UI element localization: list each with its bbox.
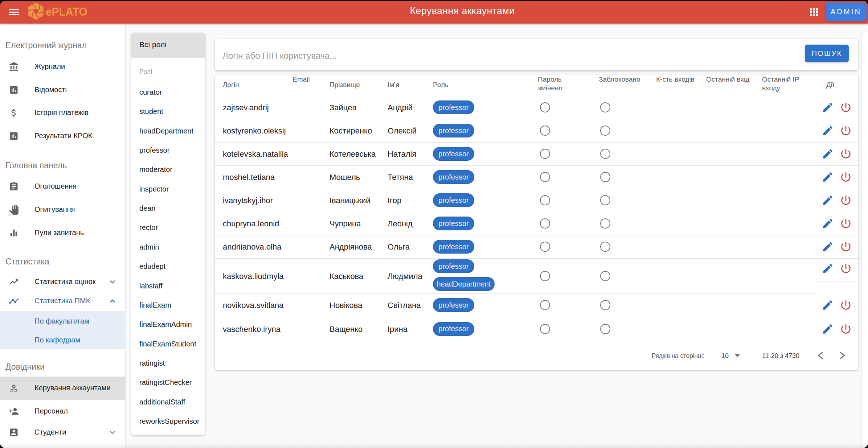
- sidebar-item-історія-платежів[interactable]: Історія платежів: [0, 101, 125, 124]
- role-item-inspector[interactable]: inspector: [131, 179, 205, 198]
- sidebar-subitem-по-факультетам[interactable]: По факультетам: [0, 311, 125, 330]
- blocked-radio[interactable]: [600, 242, 610, 252]
- role-item-finalExamAdmin[interactable]: finalExamAdmin: [131, 315, 205, 334]
- search-input[interactable]: [222, 46, 795, 66]
- sidebar-item-оголошення[interactable]: Оголошення: [0, 175, 125, 198]
- password-changed-radio[interactable]: [540, 126, 550, 136]
- role-item-ratingist[interactable]: ratingist: [131, 353, 205, 373]
- role-item-admin[interactable]: admin: [131, 237, 205, 256]
- password-changed-radio[interactable]: [540, 149, 550, 159]
- edit-pencil-icon[interactable]: [822, 217, 834, 230]
- password-changed-radio[interactable]: [540, 300, 550, 310]
- next-page-icon[interactable]: [840, 352, 850, 362]
- role-item-reworksSupervisor[interactable]: reworksSupervisor: [131, 411, 205, 431]
- blocked-radio[interactable]: [600, 102, 610, 112]
- power-icon[interactable]: [840, 217, 852, 230]
- password-changed-radio[interactable]: [540, 271, 550, 281]
- edit-pencil-icon[interactable]: [822, 241, 834, 253]
- role-chip-professor[interactable]: professor: [433, 124, 474, 137]
- blocked-radio[interactable]: [600, 324, 610, 334]
- column-header-login[interactable]: Логін: [223, 81, 239, 89]
- password-changed-radio[interactable]: [540, 324, 550, 334]
- column-header-last_login[interactable]: Останній вхід: [706, 75, 749, 84]
- all-roles-item[interactable]: Всі ролі: [131, 33, 205, 58]
- blocked-radio[interactable]: [600, 172, 610, 182]
- edit-pencil-icon[interactable]: [822, 262, 834, 275]
- role-item-moderator[interactable]: moderator: [131, 160, 205, 179]
- power-icon[interactable]: [840, 299, 852, 311]
- column-header-blocked[interactable]: Заблоковано: [599, 75, 640, 84]
- role-chip-professor[interactable]: professor: [433, 147, 474, 161]
- role-item-student[interactable]: student: [131, 102, 205, 121]
- scrollbar-track[interactable]: [862, 32, 868, 448]
- role-item-professor[interactable]: professor: [131, 141, 205, 160]
- sidebar-item-результати-крок[interactable]: Результати КРОК: [0, 124, 125, 148]
- password-changed-radio[interactable]: [540, 172, 550, 182]
- power-icon[interactable]: [840, 148, 852, 160]
- sidebar-item-персонал[interactable]: Персонал: [0, 400, 125, 423]
- edit-pencil-icon[interactable]: [822, 299, 834, 311]
- edit-pencil-icon[interactable]: [822, 323, 834, 335]
- password-changed-radio[interactable]: [540, 242, 550, 252]
- blocked-radio[interactable]: [600, 271, 610, 281]
- power-icon[interactable]: [840, 101, 852, 114]
- column-header-surname[interactable]: Прізвище: [329, 81, 360, 89]
- role-chip-professor[interactable]: professor: [433, 298, 474, 312]
- role-item-additionalStaff[interactable]: additionalStaff: [131, 392, 205, 411]
- power-icon[interactable]: [840, 171, 852, 183]
- sidebar-subitem-по-кафедрам[interactable]: По кафедрам: [0, 330, 125, 349]
- role-chip-headDepartment[interactable]: headDepartment: [433, 277, 495, 291]
- blocked-radio[interactable]: [600, 218, 610, 229]
- sidebar-item-пули-запитань[interactable]: Пули запитань: [0, 221, 125, 244]
- sidebar-item-статистика-пмк[interactable]: Статистика ПМК: [0, 289, 125, 313]
- role-chip-professor[interactable]: professor: [433, 170, 474, 184]
- edit-pencil-icon[interactable]: [822, 171, 834, 183]
- apps-grid-icon[interactable]: [810, 8, 818, 16]
- role-item-edudept[interactable]: edudept: [131, 257, 205, 276]
- blocked-radio[interactable]: [600, 126, 610, 136]
- role-item-rector[interactable]: rector: [131, 218, 205, 237]
- sidebar-item-відомості[interactable]: Відомості: [0, 78, 125, 102]
- edit-pencil-icon[interactable]: [822, 101, 834, 114]
- role-item-finalExamStudent[interactable]: finalExamStudent: [131, 334, 205, 353]
- power-icon[interactable]: [840, 262, 852, 275]
- column-header-firstname[interactable]: Ім'я: [388, 81, 399, 89]
- power-icon[interactable]: [840, 194, 852, 206]
- role-chip-professor[interactable]: professor: [433, 193, 474, 207]
- edit-pencil-icon[interactable]: [822, 124, 834, 137]
- rows-per-page-value[interactable]: 10: [721, 352, 729, 360]
- role-item-headDepartment[interactable]: headDepartment: [131, 121, 205, 140]
- role-chip-professor[interactable]: professor: [433, 217, 474, 230]
- power-icon[interactable]: [840, 323, 852, 335]
- column-header-email[interactable]: Email: [292, 75, 310, 84]
- role-item-ratingistChecker[interactable]: ratingistChecker: [131, 373, 205, 392]
- dropdown-arrow-icon[interactable]: [734, 354, 740, 357]
- column-header-role[interactable]: Роль: [433, 81, 449, 89]
- role-item-dean[interactable]: dean: [131, 199, 205, 218]
- role-chip-professor[interactable]: professor: [433, 259, 474, 273]
- sidebar-item-журнали[interactable]: Журнали: [0, 55, 125, 78]
- blocked-radio[interactable]: [600, 195, 610, 205]
- role-item-finalExam[interactable]: finalExam: [131, 295, 205, 315]
- blocked-radio[interactable]: [600, 149, 610, 159]
- blocked-radio[interactable]: [600, 300, 610, 310]
- role-chip-professor[interactable]: professor: [433, 100, 474, 114]
- sidebar-item-керування-аккаунтами[interactable]: Керування аккаунтами: [0, 377, 125, 400]
- sidebar-item-опитування[interactable]: Опитування: [0, 198, 125, 221]
- column-header-actions[interactable]: Дії: [826, 81, 834, 89]
- previous-page-icon[interactable]: [817, 352, 827, 362]
- column-header-password_changed[interactable]: Парользмінено: [538, 75, 562, 93]
- role-item-labstaff[interactable]: labstaff: [131, 276, 205, 295]
- edit-pencil-icon[interactable]: [822, 148, 834, 160]
- column-header-last_ip[interactable]: Останній IPвходу: [762, 75, 799, 93]
- power-icon[interactable]: [840, 124, 852, 137]
- sidebar-item-студенти[interactable]: Студенти: [0, 421, 125, 444]
- role-chip-professor[interactable]: professor: [433, 322, 474, 336]
- admin-button[interactable]: ADMIN: [826, 3, 867, 21]
- search-button[interactable]: ПОШУК: [805, 45, 849, 62]
- power-icon[interactable]: [840, 241, 852, 253]
- column-header-logins_count[interactable]: К-сть входів: [656, 75, 695, 84]
- password-changed-radio[interactable]: [540, 218, 550, 229]
- password-changed-radio[interactable]: [540, 195, 550, 205]
- edit-pencil-icon[interactable]: [822, 194, 834, 206]
